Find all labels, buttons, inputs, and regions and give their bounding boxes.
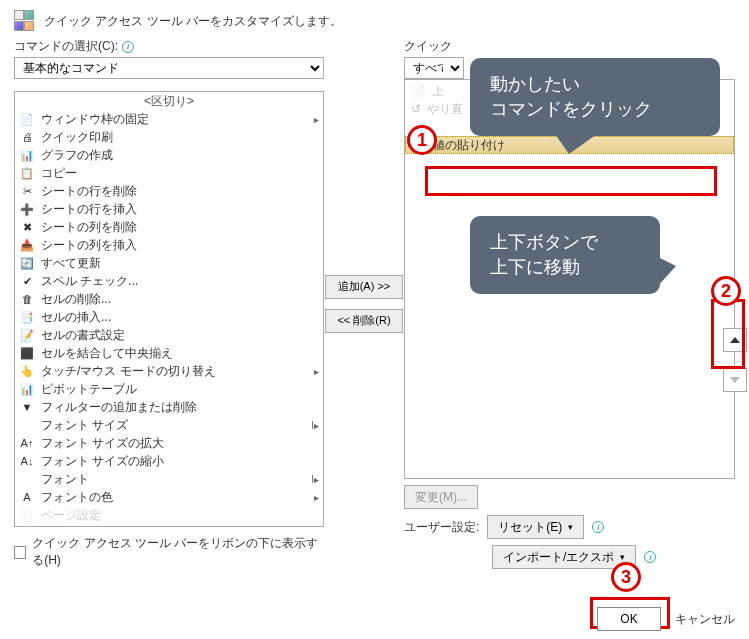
- list-item[interactable]: 👆タッチ/マウス モードの切り替え▸: [15, 362, 323, 380]
- list-item[interactable]: ▼フィルターの追加または削除: [15, 398, 323, 416]
- item-icon: 🔄: [19, 255, 35, 271]
- show-below-ribbon-checkbox[interactable]: [14, 546, 26, 559]
- info-icon[interactable]: i: [644, 551, 656, 563]
- item-icon: 📥: [19, 237, 35, 253]
- list-item[interactable]: <区切り>: [15, 92, 323, 110]
- item-icon: A: [19, 489, 35, 505]
- item-icon: A↓: [19, 453, 35, 469]
- reset-button[interactable]: リセット(E): [487, 515, 584, 539]
- item-icon: ▼: [19, 399, 35, 415]
- modify-button: 変更(M)...: [404, 485, 478, 509]
- item-icon: 🖨: [19, 129, 35, 145]
- middle-panel: 追加(A) >> << 削除(R): [324, 38, 404, 569]
- badge-1: 1: [407, 125, 437, 155]
- item-icon: 🗑: [19, 291, 35, 307]
- item-icon: ↺: [411, 102, 421, 116]
- item-icon: [19, 471, 35, 487]
- list-item[interactable]: 📝セルの書式設定: [15, 326, 323, 344]
- item-icon: 👆: [19, 363, 35, 379]
- left-panel: コマンドの選択(C): i 基本的なコマンド <区切り>📄ウィンドウ枠の固定▸🖨…: [14, 38, 324, 569]
- ok-button[interactable]: OK: [597, 607, 661, 631]
- cancel-button[interactable]: キャンセル: [675, 611, 735, 628]
- item-icon: 📄: [19, 507, 35, 523]
- list-item[interactable]: A↓フォント サイズの縮小: [15, 452, 323, 470]
- item-icon: 📊: [19, 147, 35, 163]
- list-item[interactable]: ✖シートの列を削除: [15, 218, 323, 236]
- item-icon: ✂: [19, 183, 35, 199]
- item-icon: ✔: [19, 273, 35, 289]
- item-icon: A↑: [19, 435, 35, 451]
- dialog-header: クイック アクセス ツール バーをカスタマイズします。: [0, 0, 749, 38]
- list-item[interactable]: ⬛セルを結合して中央揃え: [15, 344, 323, 362]
- callout-2: 上下ボタンで 上下に移動: [470, 216, 660, 294]
- list-item[interactable]: ✔スペル チェック...: [15, 272, 323, 290]
- list-item[interactable]: A↑フォント サイズの拡大: [15, 434, 323, 452]
- info-icon[interactable]: i: [122, 41, 134, 53]
- dialog-title: クイック アクセス ツール バーをカスタマイズします。: [44, 13, 342, 30]
- badge-2: 2: [711, 276, 741, 306]
- move-up-button[interactable]: [723, 328, 747, 352]
- list-item[interactable]: 📥シートの列を挿入: [15, 236, 323, 254]
- item-icon: [19, 417, 35, 433]
- item-icon: 📝: [19, 327, 35, 343]
- list-item[interactable]: フォント サイズI▸: [15, 416, 323, 434]
- list-item[interactable]: ➕シートの行を挿入: [15, 200, 323, 218]
- item-icon: ✖: [19, 219, 35, 235]
- item-icon: 📊: [19, 381, 35, 397]
- show-below-ribbon-label: クイック アクセス ツール バーをリボンの下に表示する(H): [32, 535, 324, 569]
- list-item[interactable]: 📄ウィンドウ枠の固定▸: [15, 110, 323, 128]
- list-item[interactable]: 📄ページ設定: [15, 506, 323, 524]
- list-item[interactable]: ✂シートの行を削除: [15, 182, 323, 200]
- add-button[interactable]: 追加(A) >>: [325, 275, 403, 299]
- badge-3: 3: [611, 562, 641, 592]
- customize-label: クイック: [404, 38, 452, 55]
- item-icon: 📄: [19, 111, 35, 127]
- commands-category-combo[interactable]: 基本的なコマンド: [14, 57, 324, 79]
- info-icon[interactable]: i: [592, 521, 604, 533]
- item-icon: 📄: [411, 84, 426, 98]
- choose-commands-label: コマンドの選択(C):: [14, 38, 118, 55]
- list-item[interactable]: 🗑セルの削除...: [15, 290, 323, 308]
- move-down-button[interactable]: [723, 368, 747, 392]
- dialog-footer: OK キャンセル: [597, 607, 735, 631]
- list-item[interactable]: 🔄すべて更新: [15, 254, 323, 272]
- list-item[interactable]: フォントI▸: [15, 470, 323, 488]
- remove-button[interactable]: << 削除(R): [325, 309, 403, 333]
- list-item[interactable]: 📋コピー: [15, 164, 323, 182]
- item-icon: 📑: [19, 309, 35, 325]
- item-icon: ➕: [19, 201, 35, 217]
- item-icon: 📋: [19, 165, 35, 181]
- selected-item-label: 値の貼り付け: [433, 137, 505, 154]
- scope-combo[interactable]: すべて: [404, 57, 464, 79]
- list-item[interactable]: 🖨クイック印刷: [15, 128, 323, 146]
- callout-1: 動かしたい コマンドをクリック: [470, 58, 720, 136]
- list-item[interactable]: 📊グラフの作成: [15, 146, 323, 164]
- item-icon: ⬛: [19, 345, 35, 361]
- user-settings-label: ユーザー設定:: [404, 519, 479, 536]
- qat-icon: [14, 10, 36, 32]
- commands-listbox[interactable]: <区切り>📄ウィンドウ枠の固定▸🖨クイック印刷📊グラフの作成📋コピー✂シートの行…: [14, 91, 324, 527]
- list-item[interactable]: Aフォントの色▸: [15, 488, 323, 506]
- list-item[interactable]: 📑セルの挿入...: [15, 308, 323, 326]
- list-item[interactable]: 📊ピボットテーブル: [15, 380, 323, 398]
